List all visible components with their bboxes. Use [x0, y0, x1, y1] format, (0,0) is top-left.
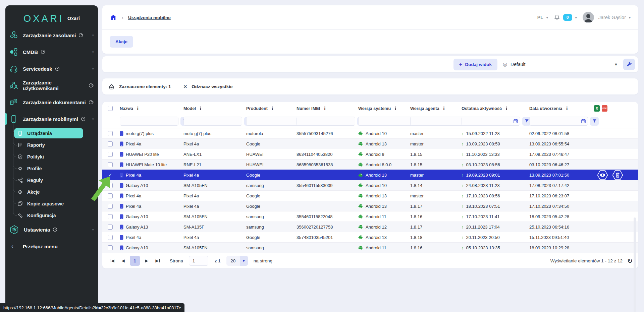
column-menu-icon[interactable]: ⋮: [198, 106, 203, 111]
basket-icon[interactable]: [108, 83, 115, 90]
page-total: z 1: [215, 258, 221, 263]
view-settings-button[interactable]: [623, 59, 635, 70]
sidebar-item-reguly[interactable]: Reguły: [5, 174, 98, 186]
refresh-icon[interactable]: ↻: [627, 258, 633, 264]
breadcrumb-link[interactable]: Urządzenia mobilne: [128, 15, 171, 20]
clear-selection-icon[interactable]: ×: [183, 83, 187, 90]
sidebar-item-raporty[interactable]: Raporty: [5, 139, 98, 151]
sidebar-item-mobilne[interactable]: Zarządzanie mobilnymi ▾: [5, 111, 98, 127]
page-input[interactable]: [189, 256, 208, 266]
export-pdf-icon[interactable]: PDF: [602, 105, 607, 112]
avatar[interactable]: [583, 12, 594, 23]
calendar-icon[interactable]: [513, 119, 518, 124]
row-checkbox[interactable]: [108, 193, 113, 198]
sidebar-item-polityki[interactable]: Polityki: [5, 151, 98, 163]
column-menu-icon[interactable]: ⋮: [270, 106, 275, 111]
filter-button[interactable]: [590, 117, 599, 126]
user-name[interactable]: Jarek Gąsior: [598, 15, 626, 20]
filter-input-producent[interactable]: [246, 117, 305, 126]
column-header[interactable]: Nazwa: [120, 106, 133, 111]
table-scrollbar[interactable]: [634, 217, 636, 312]
sidebar-item-ustawienia[interactable]: Ustawienia ▾: [5, 221, 98, 238]
sidebar-item-uzytkownicy[interactable]: Zarządzanie użytkownikami ▾: [5, 77, 98, 94]
table-row[interactable]: Galaxy A10 SM-A105FN samsung 35546011553…: [102, 180, 638, 190]
notification-badge[interactable]: 0: [563, 14, 572, 21]
column-menu-icon[interactable]: ⋮: [136, 106, 140, 111]
row-checkbox[interactable]: [108, 152, 113, 157]
table-row[interactable]: Pixel 4a Pixel 4a Google Android 13 mast…: [102, 138, 638, 149]
menu-toggle[interactable]: ‹ Przełącz menu: [5, 239, 98, 254]
chevron-down-icon[interactable]: ▾: [575, 16, 577, 19]
table-row[interactable]: Galaxy A10 SM-A105FN samsung 35546011582…: [102, 211, 638, 222]
language-selector[interactable]: PL: [537, 15, 543, 20]
table-row[interactable]: HUAWEI P20 lite ANE-LX1 HUAWEI 863411044…: [102, 149, 638, 159]
sidebar-item-konfiguracja[interactable]: Konfiguracja: [5, 209, 98, 221]
table-row[interactable]: Pixel 4a Pixel 4a Google Android 13 1.8.…: [102, 201, 638, 211]
sidebar-item-dokumenty[interactable]: Zarządzanie dokumentami ▾: [5, 94, 98, 111]
column-menu-icon[interactable]: ⋮: [322, 106, 327, 111]
home-icon[interactable]: [110, 14, 117, 21]
clear-selection-button[interactable]: Odznacz wszystkie: [192, 84, 232, 89]
column-header[interactable]: Model: [183, 106, 196, 111]
chevron-down-icon[interactable]: ▾: [629, 16, 631, 19]
next-page-button[interactable]: ▶: [142, 256, 151, 265]
prev-page-button[interactable]: ◀: [119, 256, 127, 265]
view-select[interactable]: ◎ Default ▼: [501, 59, 620, 70]
sidebar-item-label: Kopie zapasowe: [27, 201, 64, 206]
current-page-button[interactable]: 1: [130, 256, 140, 266]
table-row[interactable]: Pixel 4a Pixel 4a Google 357480103545201…: [102, 232, 638, 242]
column-header[interactable]: Ostatnia aktywność: [462, 106, 502, 111]
filter-input-utworzenia[interactable]: [529, 117, 588, 126]
sidebar-item-urzadzenia[interactable]: Urządzenia: [5, 127, 98, 139]
delete-button[interactable]: [611, 170, 624, 180]
filter-input-nazwa[interactable]: [120, 117, 178, 126]
column-menu-icon[interactable]: ⋮: [504, 106, 509, 111]
sidebar-item-profile[interactable]: Profile: [5, 163, 98, 174]
akcje-button[interactable]: Akcje: [110, 36, 133, 48]
column-header[interactable]: Produdent: [246, 106, 268, 111]
first-page-button[interactable]: ◀: [108, 256, 116, 265]
column-menu-icon[interactable]: ⋮: [565, 106, 569, 111]
page-size-select[interactable]: 20 ▼: [226, 256, 248, 266]
row-checkbox[interactable]: [108, 173, 113, 178]
table-row[interactable]: Pixel 4a Pixel 4a Google Android 13 mast…: [102, 170, 638, 180]
table-row[interactable]: Galaxy A13 SM-A135F samsung 356002720127…: [102, 222, 638, 232]
row-checkbox[interactable]: [108, 162, 113, 167]
sidebar-item-kopie[interactable]: Kopie zapasowe: [5, 198, 98, 209]
bell-icon[interactable]: [554, 14, 560, 21]
sidebar-item-zasoby[interactable]: Zarządzanie zasobami ▾: [5, 27, 98, 44]
column-menu-icon[interactable]: ⋮: [442, 106, 446, 111]
sidebar-item-cmdb[interactable]: CMDB ▾: [5, 44, 98, 60]
table-row[interactable]: moto g(7) plus moto g(7) plus motorola 3…: [102, 128, 638, 138]
row-checkbox[interactable]: [108, 131, 113, 136]
row-checkbox[interactable]: [108, 141, 113, 146]
filter-input-model[interactable]: [183, 117, 242, 126]
table-row[interactable]: Pixel 4a Pixel 4a Google Android 13 mast…: [102, 190, 638, 201]
table-row[interactable]: HUAWEI Mate 10 lite RNE-L21 HUAWEI 86859…: [102, 159, 638, 170]
column-header[interactable]: Wersja systemu: [358, 106, 391, 111]
filter-input-agent[interactable]: [410, 117, 469, 126]
view-details-button[interactable]: [596, 170, 609, 180]
export-excel-icon[interactable]: X: [594, 105, 600, 112]
row-checkbox[interactable]: [108, 214, 113, 219]
add-view-button[interactable]: + Dodaj widok: [453, 59, 497, 70]
column-header[interactable]: Data utworzenia: [529, 106, 562, 111]
sidebar-item-servicedesk[interactable]: Servicedesk ▾: [5, 60, 98, 77]
filter-input-system[interactable]: [358, 117, 417, 126]
row-checkbox[interactable]: [108, 204, 113, 209]
row-checkbox[interactable]: [108, 225, 113, 230]
row-checkbox[interactable]: [108, 245, 113, 250]
row-checkbox[interactable]: [108, 235, 113, 240]
filter-input-imei[interactable]: [297, 117, 355, 126]
row-checkbox[interactable]: [108, 183, 113, 188]
table-row[interactable]: Galaxy A10 SM-A105FN samsung Android 11 …: [102, 242, 638, 253]
column-header[interactable]: Wersja agenta: [410, 106, 439, 111]
chevron-down-icon[interactable]: ▾: [546, 16, 548, 19]
last-page-button[interactable]: ▶: [153, 256, 162, 265]
filter-input-aktywnosc[interactable]: [462, 117, 520, 126]
select-all-checkbox[interactable]: [108, 106, 113, 111]
sidebar-item-akcje[interactable]: Akcje: [5, 186, 98, 198]
calendar-icon[interactable]: [581, 119, 586, 124]
column-menu-icon[interactable]: ⋮: [393, 106, 398, 111]
column-header[interactable]: Numer IMEI: [297, 106, 320, 111]
